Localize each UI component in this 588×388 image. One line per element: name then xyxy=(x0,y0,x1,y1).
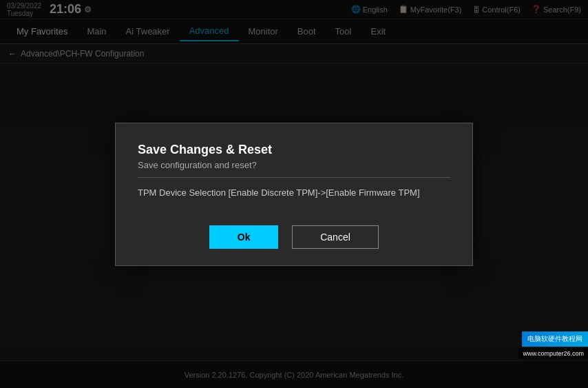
cancel-button[interactable]: Cancel xyxy=(292,225,379,249)
watermark: 电脑软硬件教程网 www.computer26.com xyxy=(518,331,588,359)
watermark-line1: 电脑软硬件教程网 xyxy=(522,331,588,347)
dialog-subtitle: Save configuration and reset? xyxy=(138,160,450,178)
watermark-line2: www.computer26.com xyxy=(518,348,588,359)
save-reset-dialog: Save Changes & Reset Save configuration … xyxy=(115,123,473,266)
dialog-message: TPM Device Selection [Enable Discrete TP… xyxy=(138,187,450,198)
dialog-title: Save Changes & Reset xyxy=(138,143,450,157)
ok-button[interactable]: Ok xyxy=(209,225,278,249)
dialog-buttons: Ok Cancel xyxy=(138,225,450,249)
modal-overlay: Save Changes & Reset Save configuration … xyxy=(0,0,588,388)
